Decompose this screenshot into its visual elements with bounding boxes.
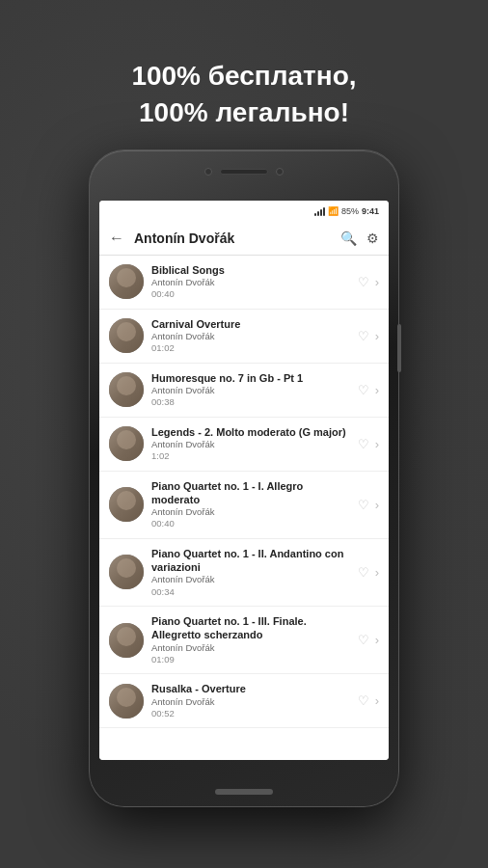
track-name: Piano Quartet no. 1 - III. Finale. Alleg… bbox=[151, 614, 350, 642]
track-info: Humoresque no. 7 in Gb - Pt 1 Antonín Dv… bbox=[151, 371, 350, 409]
favorite-button[interactable]: ♡ bbox=[358, 565, 369, 580]
track-avatar bbox=[109, 426, 144, 461]
track-avatar bbox=[109, 623, 144, 658]
favorite-button[interactable]: ♡ bbox=[358, 693, 369, 708]
track-avatar bbox=[109, 372, 144, 407]
track-actions: ♡ › bbox=[358, 498, 379, 512]
settings-button[interactable]: ⚙ bbox=[366, 231, 379, 246]
phone-top-bar bbox=[204, 168, 284, 176]
track-info: Piano Quartet no. 1 - III. Finale. Alleg… bbox=[151, 614, 350, 665]
track-info: Legends - 2. Molto moderato (G major) An… bbox=[151, 425, 350, 463]
track-artist: Antonín Dvořák bbox=[151, 574, 350, 585]
chevron-right-icon: › bbox=[375, 693, 379, 708]
composer-portrait bbox=[109, 555, 144, 589]
track-actions: ♡ › bbox=[358, 633, 379, 647]
track-duration: 01:02 bbox=[151, 342, 350, 354]
track-artist: Antonín Dvořák bbox=[151, 385, 350, 396]
track-name: Piano Quartet no. 1 - II. Andantino con … bbox=[151, 547, 350, 575]
page-title: Antonín Dvořák bbox=[134, 231, 331, 246]
composer-portrait bbox=[109, 426, 144, 461]
track-item[interactable]: Humoresque no. 7 in Gb - Pt 1 Antonín Dv… bbox=[99, 364, 389, 418]
track-name: Biblical Songs bbox=[151, 263, 350, 277]
favorite-button[interactable]: ♡ bbox=[358, 498, 369, 512]
chevron-right-icon: › bbox=[375, 633, 379, 647]
track-actions: ♡ › bbox=[358, 275, 379, 289]
track-actions: ♡ › bbox=[358, 437, 379, 451]
favorite-button[interactable]: ♡ bbox=[358, 329, 369, 343]
track-artist: Antonín Dvořák bbox=[151, 331, 350, 342]
track-item[interactable]: Piano Quartet no. 1 - III. Finale. Alleg… bbox=[99, 607, 389, 674]
composer-portrait bbox=[109, 318, 144, 353]
app-header: ← Antonín Dvořák 🔍 ⚙ bbox=[99, 222, 389, 256]
track-duration: 01:09 bbox=[151, 654, 350, 665]
track-item[interactable]: Rusalka - Overture Antonín Dvořák 00:52 … bbox=[99, 674, 389, 728]
track-info: Rusalka - Overture Antonín Dvořák 00:52 bbox=[151, 682, 350, 719]
track-list: Biblical Songs Antonín Dvořák 00:40 ♡ › … bbox=[99, 256, 389, 760]
back-button[interactable]: ← bbox=[109, 230, 124, 247]
track-name: Legends - 2. Molto moderato (G major) bbox=[151, 425, 350, 439]
front-camera bbox=[204, 168, 212, 176]
track-name: Rusalka - Overture bbox=[151, 682, 350, 695]
header-actions: 🔍 ⚙ bbox=[340, 231, 379, 246]
track-duration: 00:38 bbox=[151, 396, 350, 408]
track-avatar bbox=[109, 264, 144, 299]
favorite-button[interactable]: ♡ bbox=[358, 383, 369, 397]
track-artist: Antonín Dvořák bbox=[151, 277, 350, 288]
favorite-button[interactable]: ♡ bbox=[358, 275, 369, 289]
track-info: Piano Quartet no. 1 - I. Allegro moderat… bbox=[151, 479, 350, 530]
track-item[interactable]: Piano Quartet no. 1 - I. Allegro moderat… bbox=[99, 472, 389, 539]
promo-line1: 100% бесплатно, bbox=[131, 61, 356, 91]
home-indicator bbox=[215, 789, 273, 795]
track-name: Piano Quartet no. 1 - I. Allegro moderat… bbox=[151, 479, 350, 507]
track-duration: 00:40 bbox=[151, 288, 350, 300]
chevron-right-icon: › bbox=[375, 565, 379, 580]
chevron-right-icon: › bbox=[375, 329, 379, 343]
track-name: Carnival Overture bbox=[151, 317, 350, 331]
track-item[interactable]: Carnival Overture Antonín Dvořák 01:02 ♡… bbox=[99, 310, 389, 364]
track-item[interactable]: Legends - 2. Molto moderato (G major) An… bbox=[99, 418, 389, 472]
track-actions: ♡ › bbox=[358, 329, 379, 343]
track-artist: Antonín Dvořák bbox=[151, 696, 350, 708]
chevron-right-icon: › bbox=[375, 498, 379, 512]
track-actions: ♡ › bbox=[358, 693, 379, 708]
track-actions: ♡ › bbox=[358, 565, 379, 580]
chevron-right-icon: › bbox=[375, 437, 379, 451]
promo-banner: 100% бесплатно, 100% легально! bbox=[112, 29, 375, 131]
composer-portrait bbox=[109, 684, 144, 719]
composer-portrait bbox=[109, 487, 144, 522]
track-name: Humoresque no. 7 in Gb - Pt 1 bbox=[151, 371, 350, 385]
signal-icon bbox=[314, 206, 325, 216]
track-info: Piano Quartet no. 1 - II. Andantino con … bbox=[151, 547, 350, 598]
track-duration: 1:02 bbox=[151, 450, 350, 462]
track-avatar bbox=[109, 318, 144, 353]
track-actions: ♡ › bbox=[358, 383, 379, 397]
track-info: Biblical Songs Antonín Dvořák 00:40 bbox=[151, 263, 350, 301]
chevron-right-icon: › bbox=[375, 383, 379, 397]
promo-line2: 100% легально! bbox=[139, 97, 349, 127]
status-time: 9:41 bbox=[362, 206, 379, 216]
track-duration: 00:52 bbox=[151, 708, 350, 719]
track-avatar bbox=[109, 487, 144, 522]
track-item[interactable]: Biblical Songs Antonín Dvořák 00:40 ♡ › bbox=[99, 256, 389, 310]
track-avatar bbox=[109, 684, 144, 719]
track-duration: 00:40 bbox=[151, 518, 350, 529]
track-artist: Antonín Dvořák bbox=[151, 439, 350, 450]
track-avatar bbox=[109, 555, 144, 589]
wifi-icon: 📶 bbox=[328, 206, 339, 216]
favorite-button[interactable]: ♡ bbox=[358, 633, 369, 647]
chevron-right-icon: › bbox=[375, 275, 379, 289]
track-artist: Antonín Dvořák bbox=[151, 506, 350, 518]
search-button[interactable]: 🔍 bbox=[340, 231, 357, 246]
status-bar: 📶 85% 9:41 bbox=[99, 201, 389, 222]
status-icons: 📶 85% 9:41 bbox=[314, 206, 379, 216]
composer-portrait bbox=[109, 623, 144, 658]
side-button bbox=[397, 324, 401, 372]
track-item[interactable]: Piano Quartet no. 1 - II. Andantino con … bbox=[99, 539, 389, 607]
speaker bbox=[220, 169, 268, 175]
track-duration: 00:34 bbox=[151, 586, 350, 598]
composer-portrait bbox=[109, 372, 144, 407]
track-info: Carnival Overture Antonín Dvořák 01:02 bbox=[151, 317, 350, 355]
composer-portrait bbox=[109, 264, 144, 299]
favorite-button[interactable]: ♡ bbox=[358, 437, 369, 451]
phone-mockup: 📶 85% 9:41 ← Antonín Dvořák 🔍 ⚙ B bbox=[90, 150, 398, 806]
